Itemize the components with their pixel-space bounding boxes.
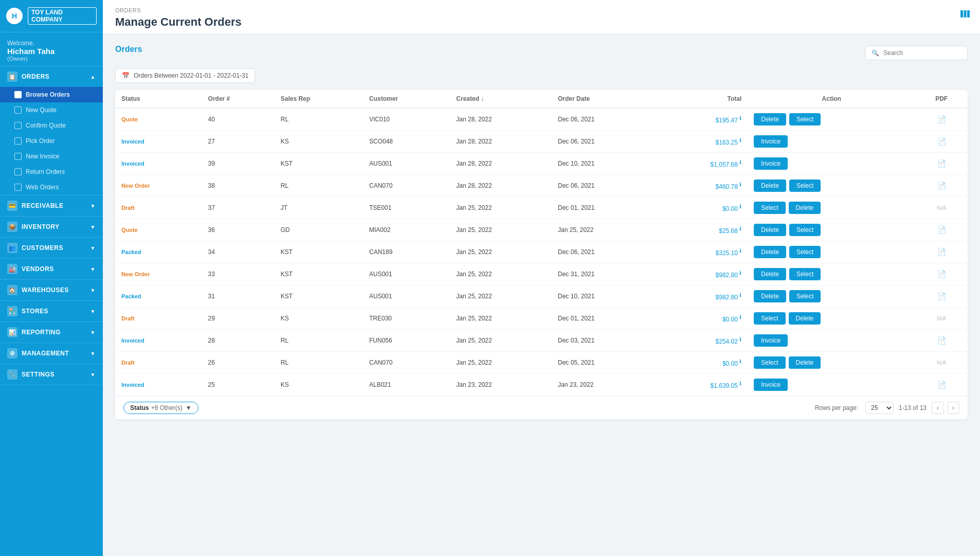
item-icon-return-orders (14, 168, 22, 175)
select-button-9[interactable]: Select (754, 312, 785, 325)
delete-button-11[interactable]: Delete (789, 356, 821, 369)
total-val-4[interactable]: $0.00 ℹ (722, 205, 741, 212)
pdf-icon-6[interactable]: 📄 (937, 248, 946, 256)
prev-page-button[interactable]: ‹ (932, 402, 944, 414)
columns-icon[interactable] (960, 9, 970, 20)
delete-button-7[interactable]: Delete (754, 268, 786, 280)
delete-button-4[interactable]: Delete (789, 202, 821, 214)
table-row: New Order38RLCAN070Jan 28, 2022Dec 06, 2… (115, 175, 968, 197)
select-button-5[interactable]: Select (789, 224, 821, 236)
total-val-7[interactable]: $982.80 ℹ (716, 272, 742, 279)
status-badge-8[interactable]: Packed (121, 293, 141, 299)
total-val-0[interactable]: $195.47 ℹ (716, 117, 742, 124)
select-button-4[interactable]: Select (754, 202, 785, 214)
sidebar-section-header-settings[interactable]: 🔧 SETTINGS ▼ (0, 364, 103, 385)
pdf-cell-12[interactable]: 📄 (915, 374, 968, 396)
select-button-11[interactable]: Select (754, 356, 785, 369)
pdf-cell-7[interactable]: 📄 (915, 263, 968, 285)
delete-button-5[interactable]: Delete (754, 224, 786, 236)
pdf-icon-1[interactable]: 📄 (937, 137, 946, 146)
invoice-button-1[interactable]: Invoice (754, 135, 788, 148)
invoice-button-2[interactable]: Invoice (754, 157, 788, 170)
pdf-cell-2[interactable]: 📄 (915, 153, 968, 175)
sidebar-section-header-reporting[interactable]: 📊 REPORTING ▼ (0, 322, 103, 343)
welcome-text: Welcome, (7, 40, 96, 47)
status-badge-10[interactable]: Invoiced (121, 337, 144, 344)
pdf-cell-0[interactable]: 📄 (915, 108, 968, 131)
sidebar-item-web-orders[interactable]: Web Orders (0, 180, 103, 195)
sidebar-item-return-orders[interactable]: Return Orders (0, 164, 103, 180)
total-val-8[interactable]: $982.80 ℹ (716, 294, 742, 301)
pdf-cell-6[interactable]: 📄 (915, 241, 968, 263)
pdf-icon-5[interactable]: 📄 (937, 226, 946, 234)
pdf-cell-5[interactable]: 📄 (915, 219, 968, 241)
total-val-1[interactable]: $163.25 ℹ (716, 139, 742, 146)
status-badge-3[interactable]: New Order (121, 183, 150, 189)
total-val-9[interactable]: $0.00 ℹ (722, 316, 741, 323)
pdf-icon-10[interactable]: 📄 (937, 336, 946, 345)
select-button-8[interactable]: Select (789, 290, 821, 302)
total-val-6[interactable]: $325.10 ℹ (716, 249, 742, 257)
delete-button-3[interactable]: Delete (754, 180, 786, 192)
pdf-icon-7[interactable]: 📄 (937, 270, 946, 278)
sidebar-item-pick-order[interactable]: Pick Order (0, 133, 103, 149)
status-badge-12[interactable]: Invoiced (121, 382, 144, 388)
pdf-icon-12[interactable]: 📄 (937, 381, 946, 389)
pdf-icon-0[interactable]: 📄 (937, 115, 946, 123)
orders-table: Status Order # Sales Rep Customer Create… (115, 90, 968, 396)
pdf-cell-10[interactable]: 📄 (915, 330, 968, 352)
total-val-5[interactable]: $25.68 ℹ (719, 227, 741, 235)
delete-button-9[interactable]: Delete (789, 312, 821, 325)
pdf-icon-2[interactable]: 📄 (937, 159, 946, 168)
sidebar-section-header-warehouses[interactable]: 🏠 WAREHOUSES ▼ (0, 280, 103, 300)
sidebar-item-new-quote[interactable]: New Quote (0, 102, 103, 118)
status-badge-7[interactable]: New Order (121, 271, 150, 277)
rows-per-page-select[interactable]: 25 50 100 (865, 402, 894, 414)
select-button-7[interactable]: Select (789, 268, 821, 280)
sidebar-section-header-vendors[interactable]: 🏭 VENDORS ▼ (0, 259, 103, 279)
status-badge-4[interactable]: Draft (121, 205, 135, 211)
date-filter[interactable]: 📅 Orders Between 2022-01-01 - 2022-01-31 (115, 68, 255, 83)
search-input[interactable] (883, 49, 960, 57)
sidebar-section-header-stores[interactable]: 🏪 STORES ▼ (0, 301, 103, 321)
select-button-0[interactable]: Select (789, 113, 821, 125)
sidebar-item-browse-orders[interactable]: Browse Orders (0, 87, 103, 102)
select-button-6[interactable]: Select (789, 246, 821, 258)
select-button-3[interactable]: Select (789, 180, 821, 192)
pdf-icon-8[interactable]: 📄 (937, 292, 946, 300)
invoice-button-10[interactable]: Invoice (754, 334, 788, 347)
status-filter-badge[interactable]: Status +8 Other(s) ▼ (123, 402, 198, 414)
sidebar-item-confirm-quote[interactable]: Confirm Quote (0, 118, 103, 133)
status-badge-9[interactable]: Draft (121, 315, 135, 321)
pdf-cell-8[interactable]: 📄 (915, 285, 968, 308)
delete-button-6[interactable]: Delete (754, 246, 786, 258)
status-badge-0[interactable]: Quote (121, 116, 138, 122)
sidebar-section-header-receivable[interactable]: 💳 RECEIVABLE ▼ (0, 195, 103, 216)
status-badge-2[interactable]: Invoiced (121, 160, 144, 167)
total-val-3[interactable]: $460.78 ℹ (716, 183, 742, 190)
sidebar-section-header-orders[interactable]: 📋 ORDERS ▲ (0, 66, 103, 87)
sidebar-section-header-management[interactable]: ⚙ MANAGEMENT ▼ (0, 343, 103, 364)
total-val-2[interactable]: $1,057.68 ℹ (711, 161, 742, 168)
status-badge-1[interactable]: Invoiced (121, 138, 144, 145)
total-val-12[interactable]: $1,639.05 ℹ (711, 382, 742, 389)
sidebar-section-header-customers[interactable]: 👥 CUSTOMERS ▼ (0, 238, 103, 258)
delete-button-8[interactable]: Delete (754, 290, 786, 302)
total-val-11[interactable]: $0.00 ℹ (722, 360, 741, 367)
sidebar-item-new-invoice[interactable]: New Invoice (0, 149, 103, 164)
created-7: Jan 25, 2022 (450, 263, 552, 285)
sidebar-section-header-inventory[interactable]: 📦 INVENTORY ▼ (0, 217, 103, 237)
delete-button-0[interactable]: Delete (754, 113, 786, 125)
next-page-button[interactable]: › (947, 402, 959, 414)
col-customer: Customer (363, 90, 450, 108)
status-badge-6[interactable]: Packed (121, 249, 141, 255)
status-badge-11[interactable]: Draft (121, 360, 135, 366)
pdf-cell-3[interactable]: 📄 (915, 175, 968, 197)
pdf-cell-1[interactable]: 📄 (915, 131, 968, 153)
status-badge-5[interactable]: Quote (121, 227, 138, 233)
created-10: Jan 25, 2022 (450, 330, 552, 352)
total-val-10[interactable]: $254.02 ℹ (716, 338, 742, 345)
invoice-button-12[interactable]: Invoice (754, 379, 788, 391)
pdf-icon-3[interactable]: 📄 (937, 182, 946, 190)
search-box[interactable]: 🔍 (865, 46, 968, 60)
